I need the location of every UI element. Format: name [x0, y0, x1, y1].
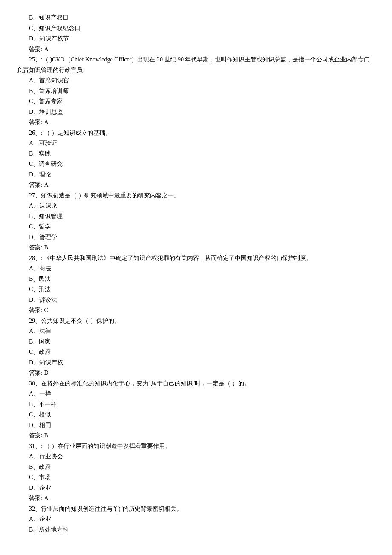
text-line: B、民法 [17, 274, 375, 285]
text-line: 31、: （ ）在行业层面的知识创造中发挥着重要作用。 [17, 441, 375, 452]
text-line: B、首席培训师 [17, 86, 375, 97]
text-line: C、政府 [17, 347, 375, 358]
text-line: 答案: A [17, 493, 375, 504]
text-line: 答案: A [17, 44, 375, 55]
text-line: B、国家 [17, 337, 375, 347]
text-line: D、诉讼法 [17, 295, 375, 306]
text-line: 30、在将外在的标准化的知识内化于心，变为"属于自己的知识"时，一定是（ ）的。 [17, 379, 375, 389]
text-line: C、哲学 [17, 222, 375, 232]
text-line: B、政府 [17, 462, 375, 473]
text-line: C、市场 [17, 472, 375, 483]
text-line: 答案: A [17, 180, 375, 191]
text-line: A、商法 [17, 263, 375, 274]
text-line: D、相同 [17, 420, 375, 431]
text-line: 答案: B [17, 431, 375, 441]
text-line: 32、行业层面的知识创造往往与"( )"的历史背景密切相关。 [17, 504, 375, 515]
text-line: B、实践 [17, 149, 375, 159]
text-line: C、首席专家 [17, 96, 375, 107]
text-line: A、首席知识官 [17, 75, 375, 86]
text-line: D、理论 [17, 170, 375, 180]
text-line: D、培训总监 [17, 107, 375, 118]
text-line: 28、: 《中华人民共和国刑法》中确定了知识产权犯罪的有关内容，从而确定了中国知… [17, 253, 375, 264]
text-line: 29、公共知识是不受（ ）保护的。 [17, 316, 375, 327]
text-line: A、一样 [17, 389, 375, 399]
text-line: D、企业 [17, 483, 375, 494]
text-line: A、行业协会 [17, 451, 375, 462]
text-line: A、可验证 [17, 138, 375, 149]
text-line: D、知识产权 [17, 358, 375, 368]
text-line: 答案: B [17, 243, 375, 253]
text-line: D、管理学 [17, 232, 375, 243]
text-line: B、不一样 [17, 399, 375, 410]
document-content: B、知识产权日C、知识产权纪念日D、知识产权节答案: A 25、:（ )CKO（… [17, 13, 375, 535]
text-line: B、知识产权日 [17, 13, 375, 23]
text-line: A、法律 [17, 326, 375, 337]
text-line: 负责知识管理的行政官员。 [17, 65, 375, 76]
text-line: 26、: （ ）是知识成立的基础。 [17, 128, 375, 139]
text-line: 答案: A [17, 117, 375, 128]
text-line: B、所处地方的 [17, 525, 375, 535]
text-line: 27、知识创造是（ ）研究领域中最重要的研究内容之一。 [17, 191, 375, 201]
text-line: C、刑法 [17, 284, 375, 295]
text-line: C、相似 [17, 410, 375, 420]
text-line: 25、:（ )CKO（Chief Knowledge Officer）出现在 2… [17, 55, 375, 65]
text-line: C、知识产权纪念日 [17, 23, 375, 34]
text-line: C、调查研究 [17, 159, 375, 170]
text-line: A、认识论 [17, 201, 375, 211]
text-line: B、知识管理 [17, 211, 375, 222]
text-line: 答案: C [17, 305, 375, 316]
text-line: 答案: D [17, 368, 375, 379]
text-line: D、知识产权节 [17, 34, 375, 44]
text-line: A、企业 [17, 514, 375, 525]
